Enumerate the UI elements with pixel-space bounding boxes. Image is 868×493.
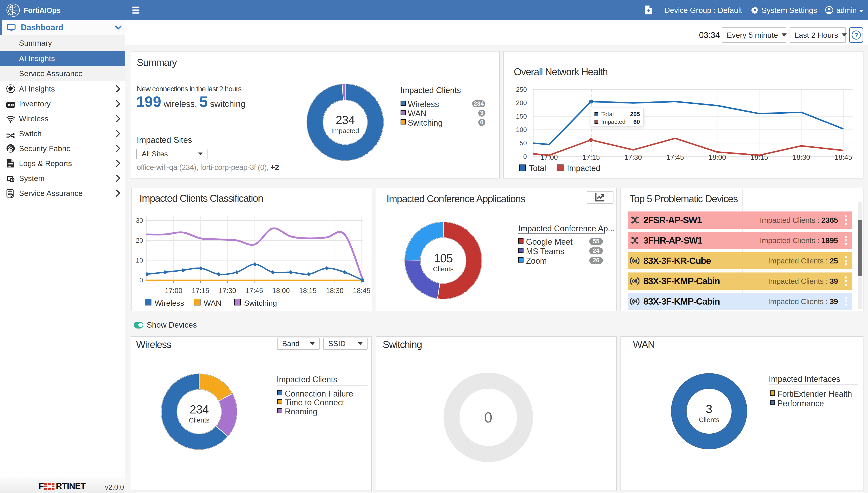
svg-text:RTINET: RTINET — [56, 481, 86, 491]
svg-text:?: ? — [854, 31, 858, 39]
svg-text:F: F — [39, 481, 44, 491]
